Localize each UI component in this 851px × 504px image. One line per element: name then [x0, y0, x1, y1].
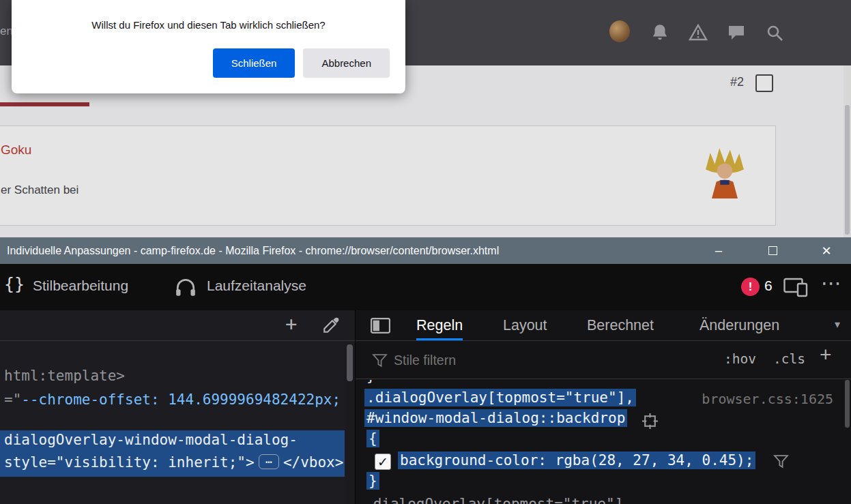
rule-declaration[interactable]: background-color: rgba(28, 27, 34, 0.45)…: [398, 452, 755, 469]
add-rule-button[interactable]: +: [820, 343, 832, 366]
next-rule-selector-partial[interactable]: .dialogOverlay[topmost="true"]: [364, 496, 623, 504]
notifications-bell-icon[interactable]: [650, 23, 670, 43]
add-node-button[interactable]: +: [285, 312, 297, 336]
markup-line-chrome-offset[interactable]: ="--chrome-offset: 144.6999969482422px;: [4, 391, 341, 408]
user-avatar[interactable]: [609, 21, 630, 42]
window-title: Individuelle Anpassungen - camp-firefox.…: [7, 237, 499, 264]
tab-regeln[interactable]: Regeln: [416, 310, 463, 340]
toggle-pane-icon[interactable]: [371, 317, 390, 337]
maximize-icon: [768, 246, 777, 255]
post-text: er Schatten bei: [1, 183, 78, 197]
pseudo-class-toggle[interactable]: :hov: [724, 351, 756, 367]
style-filter-input[interactable]: [394, 349, 612, 371]
open-brace-text: {: [366, 430, 379, 447]
search-icon[interactable]: [764, 23, 785, 43]
markup-toolbar: +: [0, 310, 355, 341]
forum-post-card: Goku er Schatten bei: [0, 125, 776, 226]
warning-icon[interactable]: [688, 23, 708, 43]
selector-highlighter-icon[interactable]: [641, 413, 659, 432]
style-editor-icon: {}: [4, 274, 25, 294]
close-window-button[interactable]: ✕: [807, 237, 846, 264]
markup-line-template[interactable]: html:template>: [4, 368, 125, 384]
devtools-toolbar: {} Stilbearbeitung Laufzeitanalyse ! 6 ⋯: [0, 264, 851, 310]
tab-layout[interactable]: Layout: [503, 310, 547, 340]
firefox-window: en #2 Goku er Schatten bei: [0, 0, 851, 504]
markup-scrollbar-thumb[interactable]: [347, 344, 353, 381]
declaration-text: background-color: rgba(28, 27, 34, 0.45)…: [398, 451, 755, 469]
close-button[interactable]: Schließen: [213, 48, 295, 78]
error-count-badge[interactable]: !: [741, 278, 760, 296]
markup-attr-equals: =": [4, 391, 21, 408]
previous-rule-close-brace: }: [366, 380, 375, 384]
messages-icon[interactable]: [726, 23, 747, 43]
tab-berechnet[interactable]: Berechnet: [587, 310, 654, 340]
minimize-button[interactable]: –: [699, 237, 738, 264]
markup-scrollbar[interactable]: [345, 342, 355, 504]
rule-close-brace: }: [366, 473, 379, 489]
expand-node-pill[interactable]: ⋯: [259, 454, 279, 469]
post-select-checkbox[interactable]: [755, 74, 773, 92]
selector-text-2: #window-modal-dialog::backdrop: [364, 409, 627, 427]
rules-scrollbar[interactable]: [843, 380, 851, 504]
class-toggle[interactable]: .cls: [773, 351, 805, 367]
markup-template-text: html:template>: [4, 368, 125, 384]
active-tab-indicator: [0, 102, 89, 106]
dialog-message: Willst du Firefox und diesen Tab wirklic…: [12, 19, 405, 31]
page-scrollbar-thumb[interactable]: [845, 105, 850, 235]
markup-selected-line-1[interactable]: dialogOverlay-window-modal-dialog-: [4, 432, 298, 448]
rule-selector-line-2[interactable]: #window-modal-dialog::backdrop: [364, 410, 627, 426]
rules-scrollbar-thumb[interactable]: [845, 380, 850, 428]
declaration-filter-icon[interactable]: [773, 454, 789, 472]
rules-filterbar: :hov .cls +: [356, 342, 851, 379]
rules-list: } .dialogOverlay[topmost="true"], browse…: [356, 380, 851, 504]
devtools-inspector: + html:template> ="--chrome-offset: 144.…: [0, 310, 851, 504]
window-titlebar[interactable]: Individuelle Anpassungen - camp-firefox.…: [0, 237, 851, 264]
rules-panel: Regeln Layout Berechnet Änderungen ▾ :ho…: [356, 310, 851, 504]
post-number[interactable]: #2: [730, 75, 744, 89]
tab-overflow-chevron-icon[interactable]: ▾: [835, 318, 840, 331]
responsive-design-mode-icon[interactable]: [783, 277, 808, 300]
close-brace-text: }: [366, 472, 379, 490]
tab-performance[interactable]: Laufzeitanalyse: [207, 278, 306, 294]
filter-funnel-icon: [372, 353, 388, 371]
error-count: 6: [764, 278, 773, 294]
declaration-checkbox[interactable]: ✓: [375, 454, 391, 470]
selector-text-1: .dialogOverlay[topmost="true"],: [364, 389, 636, 406]
tab-style-editor[interactable]: Stilbearbeitung: [33, 278, 128, 294]
markup-selected-line-2[interactable]: style="visibility: inherit;">⋯</vbox>: [4, 454, 343, 471]
eyedropper-icon[interactable]: [322, 316, 340, 337]
page-scrollbar[interactable]: [843, 65, 851, 237]
devtools-menu-button[interactable]: ⋯: [821, 271, 841, 295]
avatar-image: [609, 20, 630, 42]
markup-chrome-offset-value: --chrome-offset: 144.6999969482422px;: [21, 391, 341, 408]
markup-style-attr: style="visibility: inherit;">: [4, 454, 255, 471]
performance-icon: [175, 277, 197, 300]
tab-aenderungen[interactable]: Änderungen: [699, 310, 779, 340]
markup-selected-id-text: dialogOverlay-window-modal-dialog-: [4, 432, 298, 448]
post-author-link[interactable]: Goku: [1, 143, 31, 158]
markup-selected-node[interactable]: dialogOverlay-window-modal-dialog- style…: [0, 430, 345, 477]
rule-open-brace: {: [366, 430, 379, 447]
maximize-button[interactable]: [753, 237, 792, 264]
dialog-buttons: Schließen Abbrechen: [213, 48, 390, 78]
rule-source-link[interactable]: browser.css:1625: [702, 391, 833, 407]
cancel-button[interactable]: Abbrechen: [303, 48, 390, 78]
close-tab-dialog: Willst du Firefox und diesen Tab wirklic…: [12, 0, 405, 93]
markup-closing-tag: </vbox>: [283, 454, 344, 471]
markup-view: + html:template> ="--chrome-offset: 144.…: [0, 310, 355, 504]
sidebar-tabbar: Regeln Layout Berechnet Änderungen ▾: [356, 310, 851, 341]
goku-avatar-image: [702, 147, 748, 201]
rule-selector-line-1[interactable]: .dialogOverlay[topmost="true"],: [364, 389, 636, 406]
